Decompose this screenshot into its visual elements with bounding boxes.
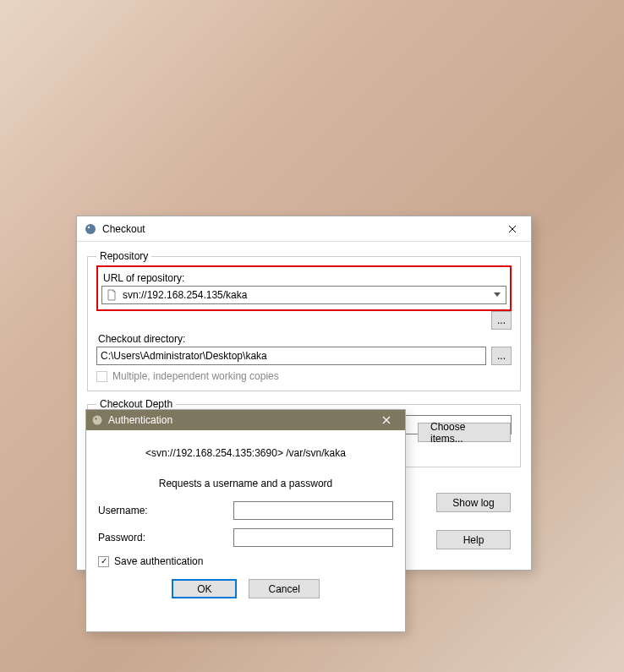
svg-point-0 xyxy=(85,224,96,234)
close-button[interactable] xyxy=(495,217,529,241)
auth-cancel-button[interactable]: Cancel xyxy=(249,579,319,598)
auth-prompt: Requests a username and a password xyxy=(98,478,393,489)
repository-legend: Repository xyxy=(96,250,151,262)
document-icon xyxy=(106,289,118,301)
password-row: Password: xyxy=(98,528,393,547)
choose-items-button[interactable]: Choose items... xyxy=(418,423,511,442)
auth-ok-button[interactable]: OK xyxy=(172,579,237,598)
password-input[interactable] xyxy=(233,528,393,547)
username-input[interactable] xyxy=(233,501,393,520)
url-label: URL of repository: xyxy=(103,272,506,284)
depth-legend: Checkout Depth xyxy=(96,398,176,410)
dir-label: Checkout directory: xyxy=(98,333,512,345)
url-highlight: URL of repository: svn://192.168.254.135… xyxy=(96,265,512,311)
url-combo[interactable]: svn://192.168.254.135/kaka xyxy=(101,286,506,304)
save-auth-label: Save authentication xyxy=(114,555,203,567)
username-label: Username: xyxy=(98,505,225,516)
repository-group: Repository URL of repository: svn://192.… xyxy=(87,250,521,391)
help-button[interactable]: Help xyxy=(436,530,511,549)
app-icon xyxy=(91,414,103,426)
multi-checkbox-label: Multiple, independent working copies xyxy=(112,370,279,382)
app-icon xyxy=(84,222,97,236)
multi-checkbox xyxy=(96,371,107,382)
svg-point-3 xyxy=(96,418,97,420)
auth-titlebar: Authentication xyxy=(86,410,405,430)
username-row: Username: xyxy=(98,501,393,520)
show-log-button[interactable]: Show log xyxy=(436,493,511,512)
checkout-title: Checkout xyxy=(102,223,495,235)
svg-point-2 xyxy=(93,416,102,425)
auth-dialog: Authentication <svn://192.168.254.135:36… xyxy=(85,409,406,632)
checkout-titlebar: Checkout xyxy=(77,216,531,242)
multi-checkbox-row: Multiple, independent working copies xyxy=(96,370,512,382)
save-auth-row[interactable]: Save authentication xyxy=(98,555,393,567)
url-browse-button[interactable]: ... xyxy=(491,311,512,330)
dir-browse-button[interactable]: ... xyxy=(491,347,512,365)
auth-button-row: OK Cancel xyxy=(98,579,393,598)
auth-url-line: <svn://192.168.254.135:3690> /var/svn/ka… xyxy=(98,447,393,459)
save-auth-checkbox[interactable] xyxy=(98,556,109,567)
svg-point-1 xyxy=(88,226,90,227)
chevron-down-icon[interactable] xyxy=(490,292,504,298)
dir-input[interactable] xyxy=(96,347,486,365)
auth-body: <svn://192.168.254.135:3690> /var/svn/ka… xyxy=(86,430,405,609)
password-label: Password: xyxy=(98,532,225,544)
url-value: svn://192.168.254.135/kaka xyxy=(121,289,490,301)
auth-title: Authentication xyxy=(108,414,371,426)
auth-close-button[interactable] xyxy=(371,411,402,429)
